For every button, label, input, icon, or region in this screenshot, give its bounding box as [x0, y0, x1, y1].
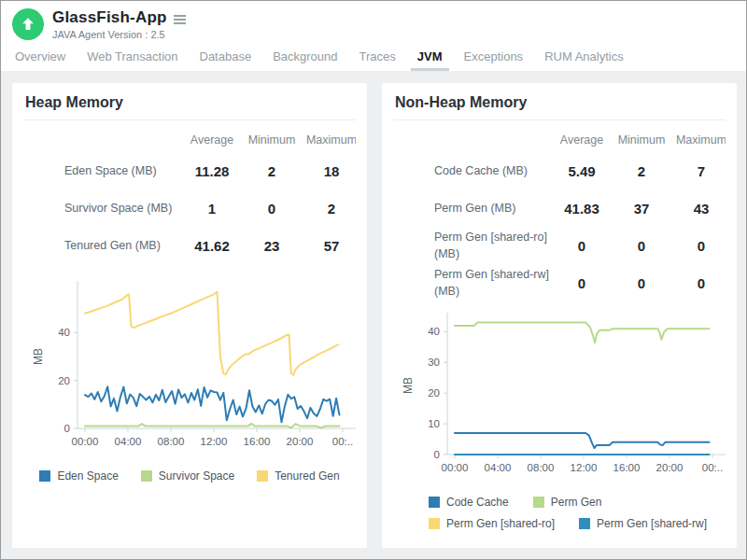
tab-database[interactable]: Database [198, 44, 254, 71]
legend-item-tenured-gen[interactable]: Tenured Gen [257, 469, 339, 483]
svg-text:04:00: 04:00 [485, 462, 512, 473]
metric-label: Perm Gen [shared-rw] (MB) [393, 266, 552, 300]
metric-label: Tenured Gen (MB) [23, 237, 182, 254]
metric-value: 0 [612, 238, 671, 254]
svg-text:20:00: 20:00 [656, 462, 684, 473]
svg-text:04:00: 04:00 [115, 436, 142, 447]
legend-item-survivor-space[interactable]: Survivor Space [141, 469, 234, 483]
metric-label: Eden Space (MB) [23, 162, 182, 179]
legend-label: Tenured Gen [275, 469, 339, 483]
panel-heap-memory: Heap Memory AverageMinimumMaximumEden Sp… [12, 83, 367, 548]
metric-label: Survivor Space (MB) [23, 200, 182, 217]
legend-label: Code Cache [446, 496, 509, 509]
metric-value: 0 [552, 275, 612, 291]
up-arrow-glyph [20, 16, 36, 33]
svg-text:0: 0 [434, 449, 440, 460]
svg-text:30: 30 [428, 357, 440, 368]
metric-value: 43 [671, 201, 726, 217]
legend-swatch-icon [429, 497, 440, 508]
legend-non-heap-memory: Code CachePerm GenPerm Gen [shared-ro]Pe… [393, 496, 726, 530]
metric-value: 0 [671, 238, 726, 254]
svg-text:00:..: 00:.. [332, 436, 353, 447]
column-header-average: Average [182, 133, 242, 147]
legend-swatch-icon [533, 497, 544, 508]
tab-bar: OverviewWeb TransactionDatabaseBackgroun… [12, 44, 735, 71]
svg-text:16:00: 16:00 [244, 436, 271, 447]
up-arrow-circle-icon [12, 8, 44, 40]
svg-text:00:00: 00:00 [72, 436, 99, 447]
metric-value: 57 [302, 238, 356, 254]
svg-text:12:00: 12:00 [201, 436, 228, 447]
svg-text:40: 40 [58, 327, 70, 338]
legend-label: Survivor Space [159, 469, 234, 483]
table-row-code-cache-mb: Code Cache (MB)5.4927 [393, 152, 726, 189]
svg-text:00:..: 00:.. [702, 462, 723, 473]
table-row-perm-gen-shared-rw-mb: Perm Gen [shared-rw] (MB)000 [393, 264, 726, 301]
metric-value: 41.62 [182, 238, 242, 254]
legend-heap-memory: Eden SpaceSurvivor SpaceTenured Gen [23, 469, 356, 483]
dashboard-content: Heap Memory AverageMinimumMaximumEden Sp… [1, 71, 746, 560]
metric-value: 37 [612, 201, 671, 217]
divider [23, 119, 356, 120]
table-row-perm-gen-mb: Perm Gen (MB)41.833743 [393, 189, 726, 227]
svg-text:16:00: 16:00 [613, 462, 641, 473]
app-title: GlassFish-App [52, 8, 167, 27]
svg-text:40: 40 [428, 326, 440, 337]
metric-value: 2 [242, 163, 302, 179]
legend-label: Eden Space [57, 469, 118, 483]
legend-swatch-icon [579, 518, 590, 529]
metric-value: 2 [612, 163, 671, 179]
legend-swatch-icon [39, 470, 50, 482]
tab-web-transaction[interactable]: Web Transaction [85, 44, 179, 71]
metric-label: Code Cache (MB) [393, 162, 552, 179]
chart-heap-memory[interactable]: 0204000:0004:0008:0012:0016:0020:0000:..… [23, 275, 356, 464]
legend-label: Perm Gen [shared-rw] [597, 517, 707, 530]
heap-memory-table: AverageMinimumMaximumEden Space (MB)11.2… [23, 128, 356, 264]
tab-exceptions[interactable]: Exceptions [462, 44, 526, 71]
metric-value: 1 [182, 201, 242, 217]
chart-non-heap-memory[interactable]: 01020304000:0004:0008:0012:0016:0020:000… [393, 309, 726, 490]
metric-value: 0 [671, 275, 726, 291]
tab-rum-analytics[interactable]: RUM Analytics [543, 44, 626, 71]
column-header-maximum: Maximum [302, 133, 356, 147]
app-header: GlassFish-App JAVA Agent Version : 2.5 O… [1, 1, 746, 71]
panel-title-non-heap-memory: Non-Heap Memory [395, 94, 724, 111]
metric-value: 0 [612, 275, 671, 291]
svg-text:08:00: 08:00 [158, 436, 185, 447]
metric-value: 23 [242, 238, 302, 254]
tab-traces[interactable]: Traces [358, 44, 398, 71]
svg-text:10: 10 [428, 418, 440, 429]
metric-value: 11.28 [182, 163, 242, 179]
svg-text:MB: MB [32, 348, 45, 365]
tab-background[interactable]: Background [271, 44, 339, 71]
hamburger-menu-icon[interactable] [174, 12, 186, 24]
tab-jvm[interactable]: JVM [416, 44, 444, 71]
non-heap-memory-table: AverageMinimumMaximumCode Cache (MB)5.49… [393, 128, 726, 301]
svg-text:12:00: 12:00 [571, 462, 598, 473]
legend-swatch-icon [141, 470, 152, 482]
agent-version-label: JAVA Agent Version : 2.5 [52, 29, 186, 40]
table-row-eden-space-mb: Eden Space (MB)11.28218 [23, 152, 356, 189]
legend-item-code-cache[interactable]: Code Cache [429, 496, 509, 509]
legend-item-perm-gen[interactable]: Perm Gen [533, 496, 602, 509]
legend-label: Perm Gen [shared-ro] [446, 517, 555, 530]
table-header-row: AverageMinimumMaximum [23, 128, 356, 152]
metric-value: 0 [242, 201, 302, 217]
metric-label: Perm Gen [shared-ro] (MB) [393, 229, 552, 262]
table-row-survivor-space-mb: Survivor Space (MB)102 [23, 189, 356, 227]
table-header-row: AverageMinimumMaximum [393, 128, 726, 152]
tab-overview[interactable]: Overview [13, 44, 67, 71]
metric-value: 2 [302, 201, 356, 217]
legend-item-perm-gen-shared-rw[interactable]: Perm Gen [shared-rw] [579, 517, 707, 530]
column-header-average: Average [552, 133, 612, 147]
column-header-minimum: Minimum [242, 133, 302, 147]
legend-item-perm-gen-shared-ro[interactable]: Perm Gen [shared-ro] [429, 517, 555, 530]
metric-value: 41.83 [552, 201, 612, 217]
metric-value: 0 [552, 238, 612, 254]
svg-text:20: 20 [58, 375, 70, 386]
svg-text:0: 0 [64, 423, 70, 434]
legend-label: Perm Gen [551, 496, 602, 509]
metric-label: Perm Gen (MB) [393, 200, 552, 217]
column-header-maximum: Maximum [671, 133, 726, 147]
legend-item-eden-space[interactable]: Eden Space [39, 469, 118, 483]
